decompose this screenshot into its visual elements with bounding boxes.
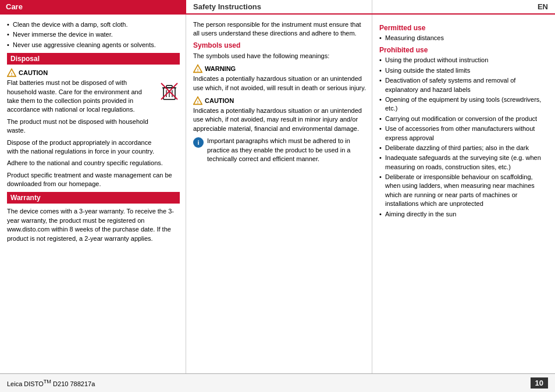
- caution-label-2: CAUTION: [205, 97, 234, 104]
- top-header: Care Safety Instructions EN: [0, 0, 555, 15]
- caution-label: CAUTION: [19, 69, 48, 76]
- prohibited-item: Deliberate dazzling of third parties; al…: [379, 144, 549, 152]
- prohibited-item: Use of accessories from other manufactur…: [379, 124, 549, 142]
- footer: Leica DISTOTM D210 788217a 10: [0, 373, 555, 392]
- permitted-list: Measuring distances: [379, 34, 549, 42]
- svg-text:!: !: [197, 67, 199, 73]
- care-item: Never immerse the device in water.: [7, 30, 180, 39]
- warning-triangle-icon: !: [193, 64, 202, 73]
- prohibited-list: Using the product without instruction Us…: [379, 56, 549, 219]
- lang-indicator: EN: [372, 0, 555, 13]
- prohibited-header: Prohibited use: [379, 46, 549, 54]
- warning-box: ! WARNING Indicates a potentially hazard…: [193, 64, 366, 92]
- footer-brand: Leica DISTO: [7, 380, 44, 387]
- disposal-para-1: The product must not be disposed with ho…: [7, 117, 154, 136]
- care-list: Clean the device with a damp, soft cloth…: [7, 20, 180, 49]
- prohibited-item: Deactivation of safety systems and remov…: [379, 76, 549, 94]
- middle-column: The person responsible for the instrumen…: [186, 15, 372, 373]
- safety-header: Safety Instructions: [186, 0, 372, 13]
- prohibited-item: Aiming directly in the sun: [379, 210, 549, 219]
- svg-text:!: !: [11, 72, 13, 77]
- disposal-header: Disposal: [7, 53, 180, 65]
- warranty-header: Warranty: [7, 192, 180, 204]
- symbols-used-header: Symbols used: [193, 41, 366, 49]
- caution-box: ! CAUTION Indicates a potentially hazard…: [193, 96, 366, 133]
- main-content: Clean the device with a damp, soft cloth…: [0, 15, 555, 373]
- svg-text:!: !: [197, 99, 199, 105]
- warning-label: WARNING: [205, 65, 236, 72]
- svg-rect-4: [166, 85, 172, 88]
- info-circle-icon: i: [193, 137, 204, 148]
- symbols-intro: The symbols used have the following mean…: [193, 52, 366, 60]
- footer-tm: TM: [44, 379, 51, 384]
- info-box: i Important paragraphs which must be adh…: [193, 137, 366, 163]
- page-wrapper: Care Safety Instructions EN Clean the de…: [0, 0, 555, 392]
- left-column: Clean the device with a damp, soft cloth…: [0, 15, 186, 373]
- prohibited-item: Using the product without instruction: [379, 56, 549, 65]
- prohibited-item: Using outside the stated limits: [379, 66, 549, 75]
- footer-model: D210 788217a: [51, 380, 95, 387]
- disposal-bin-icon: [159, 81, 180, 103]
- caution-triangle-icon: !: [7, 68, 16, 77]
- disposal-caution-title: ! CAUTION: [7, 68, 180, 77]
- caution-icon: !: [193, 96, 202, 105]
- warning-text: Indicates a potentially hazardous situat…: [193, 74, 366, 92]
- right-column: Permitted use Measuring distances Prohib…: [372, 15, 555, 373]
- safety-intro: The person responsible for the instrumen…: [193, 20, 366, 38]
- permitted-header: Permitted use: [379, 24, 549, 32]
- disposal-caution-box: ! CAUTION Flat batteries must not be dis…: [7, 68, 180, 188]
- disposal-text: Flat batteries must not be disposed of w…: [7, 79, 154, 159]
- footer-product: Leica DISTOTM D210 788217a: [7, 379, 95, 387]
- prohibited-item: Inadequate safeguards at the surveying s…: [379, 154, 549, 172]
- caution-text: Indicates a potentially hazardous situat…: [193, 106, 366, 133]
- disposal-para-3: Adhere to the national and country speci…: [7, 159, 180, 168]
- disposal-para-2: Dispose of the product appropriately in …: [7, 138, 154, 156]
- warranty-text: The device comes with a 3-year warranty.…: [7, 207, 180, 243]
- permitted-item: Measuring distances: [379, 34, 549, 42]
- page-number: 10: [531, 377, 548, 389]
- disposal-para-4: Product specific treatment and waste man…: [7, 171, 180, 189]
- prohibited-item: Carrying out modification or conversion …: [379, 115, 549, 123]
- warning-title: ! WARNING: [193, 64, 366, 73]
- prohibited-item: Deliberate or irresponsible behaviour on…: [379, 173, 549, 209]
- caution-title: ! CAUTION: [193, 96, 366, 105]
- disposal-para-0: Flat batteries must not be disposed of w…: [7, 79, 154, 115]
- care-header: Care: [0, 0, 186, 13]
- care-item: Clean the device with a damp, soft cloth…: [7, 20, 180, 29]
- care-item: Never use aggressive cleaning agents or …: [7, 41, 180, 49]
- info-text: Important paragraphs which must be adher…: [207, 137, 366, 163]
- prohibited-item: Opening of the equipment by using tools …: [379, 95, 549, 113]
